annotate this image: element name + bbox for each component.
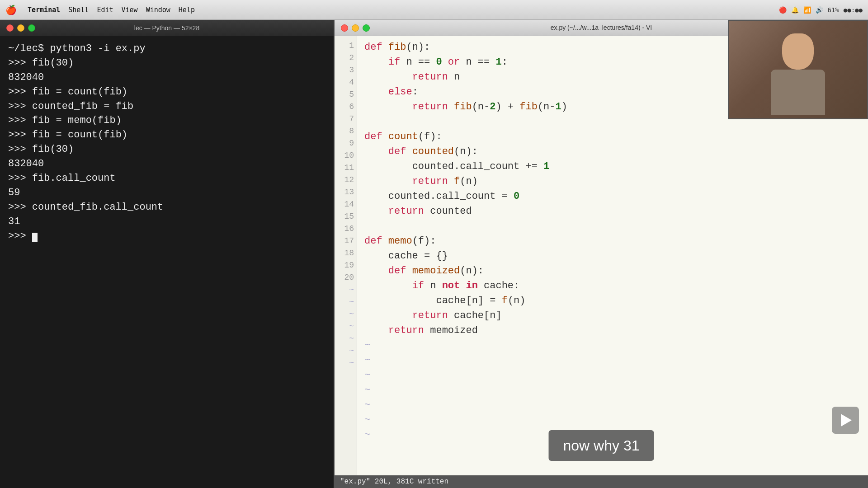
code-line-10: return f(n)	[364, 174, 861, 189]
terminal-title: lec — Python — 52×28	[134, 23, 199, 33]
webcam-video	[729, 21, 867, 118]
editor-pane: ex.py (~/.../w...1a_lectures/fa14) - VI …	[335, 20, 868, 488]
line-num-6: 6	[335, 101, 354, 113]
terminal-close-btn[interactable]	[6, 24, 14, 32]
subtitle-bar: now why 31	[549, 430, 654, 461]
code-line-9: counted.call_count += 1	[364, 159, 861, 174]
window-container: lec — Python — 52×28 ~/lec$ python3 -i e…	[0, 20, 868, 488]
terminal-content[interactable]: ~/lec$ python3 -i ex.py >>> fib(30) 8320…	[8, 42, 326, 481]
code-line-11: counted.call_count = 0	[364, 189, 861, 204]
person-shirt	[771, 70, 825, 115]
terminal-line-7: >>> fib = count(fib)	[8, 128, 326, 142]
terminal-line-10: >>> fib.call_count	[8, 171, 326, 186]
code-line-tilde-3: ~	[364, 368, 861, 383]
webcam-overlay	[728, 20, 868, 119]
line-num-4: 4	[335, 76, 354, 89]
line-num-15: 15	[335, 211, 354, 223]
line-num-17: 17	[335, 235, 354, 247]
code-line-12: return counted	[364, 204, 861, 219]
menubar-icons: 🔴 🔔 📶 🔊 61% ●●:●●	[779, 6, 863, 14]
terminal-line-12: >>> counted_fib.call_count	[8, 200, 326, 215]
line-num-1: 1	[335, 40, 354, 52]
menu-terminal[interactable]: Terminal	[28, 6, 60, 14]
code-line-19: return cache[n]	[364, 308, 861, 323]
editor-close-btn[interactable]	[341, 24, 348, 32]
line-num-2: 2	[335, 52, 354, 64]
terminal-line-4: >>> fib = count(fib)	[8, 85, 326, 99]
code-line-tilde-4: ~	[364, 383, 861, 398]
line-num-7: 7	[335, 113, 354, 125]
line-num-23: ~	[335, 308, 354, 320]
code-line-13	[364, 219, 861, 234]
line-num-13: 13	[335, 186, 354, 198]
play-button[interactable]	[832, 407, 859, 434]
code-line-7: def count(f):	[364, 129, 861, 144]
line-num-27: ~	[335, 357, 354, 369]
editor-title: ex.py (~/.../w...1a_lectures/fa14) - VI	[551, 23, 652, 33]
terminal-title-bar: lec — Python — 52×28	[0, 20, 334, 36]
line-numbers: 1 2 3 4 5 6 7 8 9 10 11 12 13 14 15 16 1…	[335, 36, 357, 475]
line-num-20: 20	[335, 272, 354, 284]
terminal-line-8: >>> fib(30)	[8, 142, 326, 157]
volume-icon: 🔊	[816, 6, 823, 14]
editor-minimize-btn[interactable]	[352, 24, 359, 32]
terminal-maximize-btn[interactable]	[28, 24, 35, 32]
line-num-9: 9	[335, 137, 354, 150]
menu-edit[interactable]: Edit	[97, 6, 113, 14]
terminal-line-11: 59	[8, 186, 326, 200]
menu-shell[interactable]: Shell	[68, 6, 89, 14]
code-line-15: cache = {}	[364, 249, 861, 263]
editor-status-text: "ex.py" 20L, 381C written	[340, 476, 448, 487]
terminal-prompt-current: >>>	[8, 229, 326, 244]
code-line-14: def memo(f):	[364, 234, 861, 249]
code-line-tilde-1: ~	[364, 338, 861, 353]
notification-icon: 🔔	[791, 6, 799, 14]
line-num-10: 10	[335, 150, 354, 162]
terminal-line-5: >>> counted_fib = fib	[8, 99, 326, 114]
line-num-8: 8	[335, 125, 354, 137]
apple-icon[interactable]: 🍎	[5, 5, 17, 15]
code-line-tilde-6: ~	[364, 413, 861, 427]
line-num-24: ~	[335, 320, 354, 333]
terminal-line-13: 31	[8, 215, 326, 229]
terminal-line-2: >>> fib(30)	[8, 56, 326, 70]
code-line-tilde-2: ~	[364, 353, 861, 368]
clock: ●●:●●	[844, 6, 863, 14]
terminal-line-1: ~/lec$ python3 -i ex.py	[8, 42, 326, 56]
code-line-16: def memoized(n):	[364, 263, 861, 278]
line-num-11: 11	[335, 162, 354, 174]
subtitle-text: now why 31	[563, 437, 640, 454]
line-num-14: 14	[335, 198, 354, 211]
line-num-18: 18	[335, 247, 354, 259]
code-line-18: cache[n] = f(n)	[364, 293, 861, 308]
terminal-pane: lec — Python — 52×28 ~/lec$ python3 -i e…	[0, 20, 335, 488]
editor-maximize-btn[interactable]	[363, 24, 370, 32]
line-num-19: 19	[335, 259, 354, 272]
menu-window[interactable]: Window	[146, 6, 170, 14]
menubar: 🍎 Terminal Shell Edit View Window Help 🔴…	[0, 0, 868, 20]
terminal-cursor	[32, 233, 38, 242]
code-line-8: def counted(n):	[364, 144, 861, 159]
line-num-3: 3	[335, 64, 354, 76]
line-num-25: ~	[335, 333, 354, 345]
line-num-12: 12	[335, 174, 354, 186]
menu-help[interactable]: Help	[179, 6, 195, 14]
terminal-minimize-btn[interactable]	[17, 24, 24, 32]
menu-view[interactable]: View	[122, 6, 138, 14]
power-icon: 🔴	[779, 6, 787, 14]
terminal-line-3: 832040	[8, 70, 326, 85]
editor-window-buttons	[341, 24, 370, 32]
person-figure	[753, 24, 843, 115]
line-num-26: ~	[335, 345, 354, 357]
line-num-21: ~	[335, 284, 354, 296]
battery-text: 61%	[828, 6, 839, 14]
line-num-22: ~	[335, 296, 354, 308]
code-line-17: if n not in cache:	[364, 278, 861, 293]
code-line-20: return memoized	[364, 323, 861, 338]
play-icon	[841, 414, 852, 427]
person-head	[782, 33, 814, 70]
line-num-5: 5	[335, 89, 354, 101]
line-num-16: 16	[335, 223, 354, 235]
terminal-window-buttons	[6, 24, 35, 32]
terminal-line-6: >>> fib = memo(fib)	[8, 113, 326, 128]
